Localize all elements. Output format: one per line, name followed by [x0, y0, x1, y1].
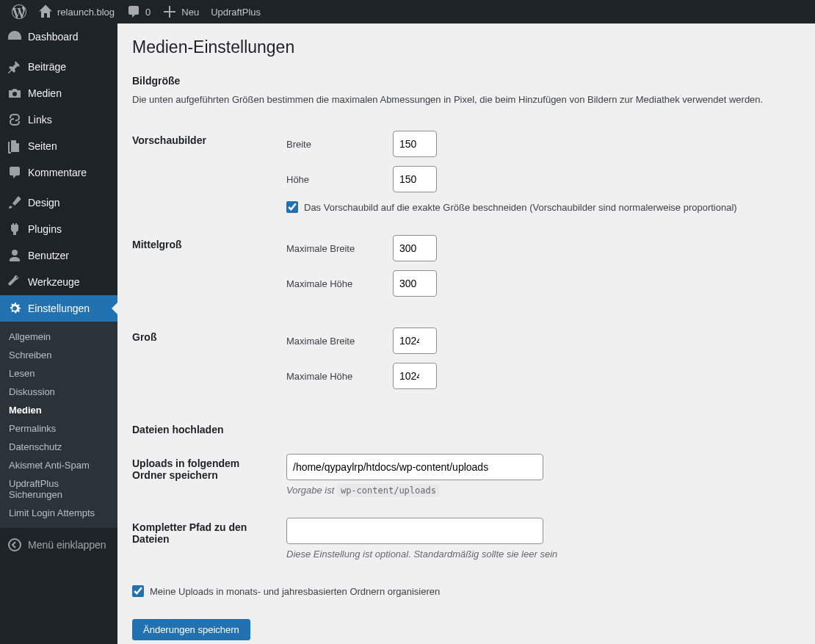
collapse-icon	[7, 538, 22, 552]
sub-general[interactable]: Allgemein	[0, 328, 117, 346]
sub-discussion[interactable]: Diskussion	[0, 383, 117, 401]
medium-height-label: Maximale Höhe	[286, 278, 385, 289]
medium-heading: Mittelgroß	[132, 224, 279, 316]
updraft-link[interactable]: UpdraftPlus	[205, 0, 267, 23]
large-width-label: Maximale Breite	[286, 336, 385, 347]
menu-pages[interactable]: Seiten	[0, 133, 117, 159]
menu-links[interactable]: Links	[0, 106, 117, 133]
thumb-width-input[interactable]	[393, 131, 437, 157]
site-link[interactable]: relaunch.blog	[32, 0, 120, 23]
upload-path-input[interactable]	[286, 454, 543, 480]
menu-collapse[interactable]: Menü einklappen	[0, 532, 117, 558]
sub-writing[interactable]: Schreiben	[0, 346, 117, 364]
new-label: Neu	[181, 7, 199, 18]
comments-count: 0	[145, 7, 151, 18]
upload-url-input[interactable]	[286, 518, 543, 544]
sub-limitlogin[interactable]: Limit Login Attempts	[0, 504, 117, 522]
admin-menu: Dashboard Beiträge Medien Links Seiten K…	[0, 23, 117, 644]
upload-url-heading: Kompletter Pfad zu den Dateien	[132, 507, 279, 571]
sub-akismet[interactable]: Akismet Anti-Spam	[0, 456, 117, 474]
pin-icon	[7, 59, 22, 74]
menu-posts[interactable]: Beiträge	[0, 54, 117, 80]
sub-updraft[interactable]: UpdraftPlus Sicherungen	[0, 474, 117, 504]
sub-media[interactable]: Medien	[0, 401, 117, 419]
thumb-width-label: Breite	[286, 139, 385, 150]
wp-logo[interactable]	[6, 0, 32, 23]
thumb-height-input[interactable]	[393, 166, 437, 192]
organize-checkbox[interactable]	[132, 585, 144, 597]
menu-plugins[interactable]: Plugins	[0, 216, 117, 242]
links-icon	[7, 112, 22, 127]
media-icon	[7, 86, 22, 101]
comment-icon	[126, 4, 141, 19]
menu-appearance[interactable]: Design	[0, 189, 117, 216]
large-height-input[interactable]	[393, 363, 437, 389]
sub-permalinks[interactable]: Permalinks	[0, 419, 117, 438]
thumb-heading: Vorschaubilder	[132, 120, 279, 224]
settings-icon	[7, 301, 22, 316]
upload-table: Uploads in folgendem Ordner speichern Vo…	[132, 443, 800, 571]
menu-users[interactable]: Benutzer	[0, 242, 117, 269]
medium-width-label: Maximale Breite	[286, 243, 385, 254]
medium-width-input[interactable]	[393, 235, 437, 261]
menu-tools[interactable]: Werkzeuge	[0, 269, 117, 295]
thumb-crop-label: Das Vorschaubild auf die exakte Größe be…	[304, 202, 737, 213]
large-width-input[interactable]	[393, 328, 437, 354]
site-name: relaunch.blog	[57, 7, 115, 18]
large-heading: Groß	[132, 316, 279, 409]
upload-path-heading: Uploads in folgendem Ordner speichern	[132, 443, 279, 507]
menu-dashboard[interactable]: Dashboard	[0, 23, 117, 50]
upload-heading: Dateien hochladen	[132, 424, 800, 435]
new-link[interactable]: Neu	[156, 0, 205, 23]
thumb-height-label: Höhe	[286, 174, 385, 185]
image-sizes-desc: Die unten aufgeführten Größen bestimmen …	[132, 94, 800, 105]
brush-icon	[7, 195, 22, 210]
tools-icon	[7, 275, 22, 289]
menu-media[interactable]: Medien	[0, 80, 117, 106]
upload-url-hint: Diese Einstellung ist optional. Standard…	[286, 549, 793, 560]
thumb-crop-checkbox[interactable]	[286, 201, 298, 213]
admin-bar: relaunch.blog 0 Neu UpdraftPlus	[0, 0, 815, 23]
svg-point-0	[9, 539, 21, 551]
menu-comments[interactable]: Kommentare	[0, 159, 117, 186]
organize-label: Meine Uploads in monats- und jahresbasie…	[150, 586, 440, 597]
wordpress-icon	[12, 4, 26, 19]
medium-height-input[interactable]	[393, 270, 437, 297]
plugin-icon	[7, 222, 22, 236]
form-table: Vorschaubilder Breite Höhe Das Vorschaub…	[132, 120, 800, 409]
page-title: Medien-Einstellungen	[132, 31, 800, 60]
comments-icon	[7, 165, 22, 180]
large-height-label: Maximale Höhe	[286, 371, 385, 382]
save-button[interactable]: Änderungen speichern	[132, 619, 250, 640]
menu-settings[interactable]: Einstellungen	[0, 295, 117, 322]
main-content: Medien-Einstellungen Bildgröße Die unten…	[117, 23, 815, 644]
dashboard-icon	[7, 29, 22, 44]
settings-submenu: Allgemein Schreiben Lesen Diskussion Med…	[0, 322, 117, 528]
sub-privacy[interactable]: Datenschutz	[0, 438, 117, 456]
user-icon	[7, 248, 22, 263]
comments-link[interactable]: 0	[120, 0, 156, 23]
home-icon	[38, 4, 53, 19]
plus-icon	[162, 4, 177, 19]
image-sizes-heading: Bildgröße	[132, 75, 800, 87]
pages-icon	[7, 139, 22, 153]
sub-reading[interactable]: Lesen	[0, 364, 117, 383]
upload-path-hint: Vorgabe ist wp-content/uploads	[286, 485, 793, 496]
